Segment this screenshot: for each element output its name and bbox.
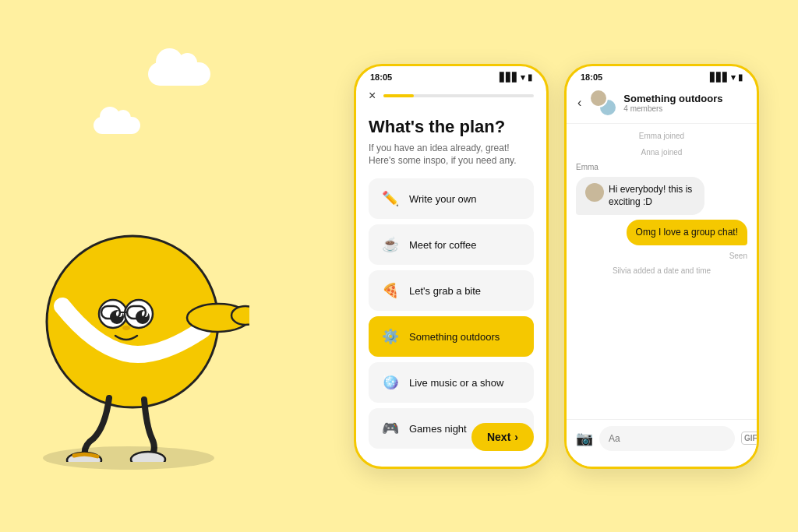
wifi-icon-2: ▾ xyxy=(731,72,736,83)
msg-bubble-outgoing-1: Omg I love a group chat! xyxy=(627,220,747,245)
games-icon: 🎮 xyxy=(380,417,401,439)
chat-name: Something outdoors xyxy=(623,93,747,104)
plan-content: What's the plan? If you have an idea alr… xyxy=(356,109,546,457)
svg-point-12 xyxy=(231,306,249,325)
battery-icon-2: ▮ xyxy=(738,72,743,83)
write-own-icon: ✏️ xyxy=(380,188,401,210)
status-bar-2: 18:05 ▋▋▋ ▾ ▮ xyxy=(567,66,757,86)
gif-button[interactable]: GIF xyxy=(741,432,759,445)
status-bar-1: 18:05 ▋▋▋ ▾ ▮ xyxy=(356,66,546,86)
option-music-label: Live music or a show xyxy=(409,377,503,389)
music-icon: 🪩 xyxy=(380,372,401,393)
svg-point-10 xyxy=(122,326,130,330)
phones-container: 18:05 ▋▋▋ ▾ ▮ × What's the plan? If you … xyxy=(354,64,759,469)
status-time-1: 18:05 xyxy=(370,72,392,82)
camera-icon[interactable]: 📷 xyxy=(576,430,593,447)
next-arrow-icon: › xyxy=(514,431,518,443)
option-coffee-label: Meet for coffee xyxy=(409,239,476,251)
chat-messages: Emma joined Anna joined Emma Hi everybod… xyxy=(567,124,757,283)
option-write-own[interactable]: ✏️ Write your own xyxy=(369,178,534,219)
chat-info: Something outdoors 4 members xyxy=(623,93,747,113)
status-time-2: 18:05 xyxy=(581,72,602,82)
signal-icon-2: ▋▋▋ xyxy=(710,72,729,83)
character-illustration xyxy=(16,150,249,462)
plan-header-bar: × xyxy=(356,86,546,109)
next-button-label: Next xyxy=(487,431,510,443)
chat-input-bar: 📷 GIF 🎤 xyxy=(567,419,757,467)
status-icons-1: ▋▋▋ ▾ ▮ xyxy=(500,72,532,83)
option-bite-label: Let's grab a bite xyxy=(409,285,481,297)
progress-bar xyxy=(383,94,534,97)
system-msg-emma-joined: Emma joined xyxy=(576,132,747,140)
msg-avatar-emma xyxy=(585,183,604,202)
progress-fill xyxy=(383,94,414,97)
msg-text-outgoing-1: Omg I love a group chat! xyxy=(636,226,738,239)
msg-bubble-incoming-1: Hi everybody! this is exciting :D xyxy=(576,177,704,216)
option-write-own-label: Write your own xyxy=(409,193,476,205)
option-music[interactable]: 🪩 Live music or a show xyxy=(369,362,534,403)
phone-plan: 18:05 ▋▋▋ ▾ ▮ × What's the plan? If you … xyxy=(354,64,549,469)
system-msg-silvia: Silvia added a date and time xyxy=(576,266,747,275)
back-button[interactable]: ‹ xyxy=(576,94,583,111)
cloud-1 xyxy=(148,62,210,86)
next-button[interactable]: Next › xyxy=(471,423,534,451)
signal-icon: ▋▋▋ xyxy=(500,72,518,83)
chat-input[interactable] xyxy=(599,426,735,451)
option-bite[interactable]: 🍕 Let's grab a bite xyxy=(369,270,534,311)
bite-icon: 🍕 xyxy=(380,280,401,301)
option-coffee[interactable]: ☕ Meet for coffee xyxy=(369,224,534,265)
outdoors-icon: ⚙️ xyxy=(380,326,401,347)
seen-text: Seen xyxy=(576,252,747,260)
system-msg-anna-joined: Anna joined xyxy=(576,148,747,157)
phone-chat: 18:05 ▋▋▋ ▾ ▮ ‹ Something outdoors 4 mem… xyxy=(564,64,759,469)
chat-avatar-group xyxy=(589,89,617,117)
chat-members: 4 members xyxy=(623,104,747,113)
msg-text-incoming-1: Hi everybody! this is exciting :D xyxy=(609,183,695,210)
battery-icon: ▮ xyxy=(528,72,532,83)
scene: 18:05 ▋▋▋ ▾ ▮ × What's the plan? If you … xyxy=(0,0,798,532)
chat-header: ‹ Something outdoors 4 members xyxy=(567,86,757,124)
option-list: ✏️ Write your own ☕ Meet for coffee 🍕 Le… xyxy=(369,178,534,449)
option-outdoors-label: Something outdoors xyxy=(409,331,500,343)
close-button[interactable]: × xyxy=(369,89,376,103)
option-games-label: Games night xyxy=(409,423,467,435)
msg-sender-emma: Emma xyxy=(576,163,747,171)
cloud-2 xyxy=(94,117,140,134)
option-outdoors[interactable]: ⚙️ Something outdoors xyxy=(369,316,534,357)
status-icons-2: ▋▋▋ ▾ ▮ xyxy=(710,72,743,83)
coffee-icon: ☕ xyxy=(380,234,401,255)
plan-subtitle: If you have an idea already, great! Here… xyxy=(369,142,534,168)
wifi-icon: ▾ xyxy=(521,72,525,83)
character-shadow xyxy=(43,446,214,470)
plan-title: What's the plan? xyxy=(369,117,534,137)
